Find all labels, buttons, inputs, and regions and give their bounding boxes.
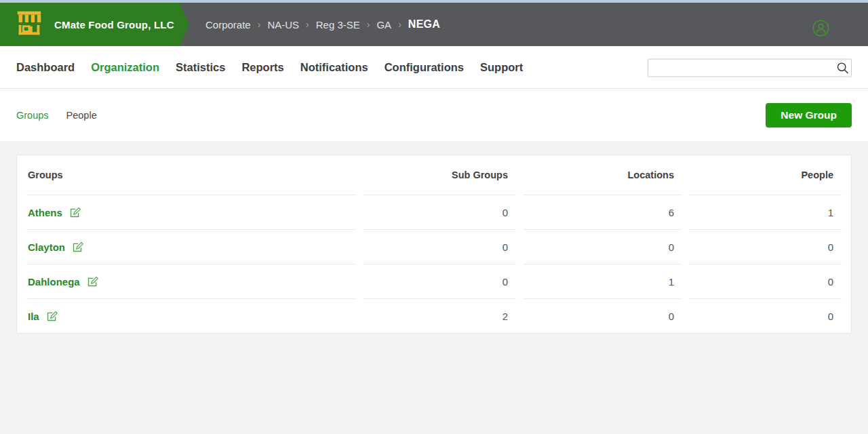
nav-item-reports[interactable]: Reports [241, 61, 283, 74]
search-icon[interactable] [835, 61, 850, 78]
app-header: CMate Food Group, LLC Corporate › NA-US … [0, 3, 868, 46]
group-link-ila[interactable]: Ila [28, 311, 58, 322]
sub-tabs: Groups People [16, 110, 97, 121]
nav-item-statistics[interactable]: Statistics [176, 61, 225, 74]
people-count: 0 [689, 230, 842, 264]
edit-icon[interactable] [72, 241, 83, 253]
table-row: Dahlonega 0 1 0 [26, 264, 842, 299]
storefront-icon [14, 7, 45, 41]
people-count: 0 [689, 264, 842, 299]
nav-item-dashboard[interactable]: Dashboard [16, 61, 75, 74]
sub-groups-count: 0 [363, 230, 516, 264]
breadcrumb-separator: › [258, 19, 261, 30]
search-box [648, 59, 852, 77]
nav-item-notifications[interactable]: Notifications [300, 61, 368, 74]
breadcrumb-item-na-us[interactable]: NA-US [267, 19, 299, 31]
breadcrumb-separator: › [367, 19, 370, 30]
breadcrumb-separator: › [306, 19, 309, 30]
group-name: Clayton [28, 241, 65, 253]
locations-count: 0 [523, 230, 682, 264]
table-header-row: Groups Sub Groups Locations People [26, 155, 842, 195]
group-name: Athens [28, 207, 62, 218]
locations-count: 0 [523, 299, 682, 334]
locations-count: 1 [523, 264, 682, 299]
tab-groups[interactable]: Groups [16, 110, 49, 121]
group-name: Ila [28, 311, 39, 322]
people-count: 1 [689, 195, 842, 230]
table-row: Clayton 0 0 0 [26, 230, 842, 264]
edit-icon[interactable] [46, 311, 58, 322]
breadcrumb-item-ga[interactable]: GA [376, 19, 391, 31]
breadcrumb-current: NEGA [408, 18, 440, 31]
nav-items: Dashboard Organization Statistics Report… [16, 61, 523, 74]
main-nav: Dashboard Organization Statistics Report… [0, 46, 868, 89]
brand-name: CMate Food Group, LLC [54, 19, 174, 31]
breadcrumb-item-reg-3-se[interactable]: Reg 3-SE [316, 19, 360, 31]
group-link-athens[interactable]: Athens [28, 207, 81, 218]
group-link-clayton[interactable]: Clayton [28, 241, 83, 253]
group-link-dahlonega[interactable]: Dahlonega [28, 276, 98, 288]
new-group-button[interactable]: New Group [766, 103, 852, 127]
breadcrumb-separator: › [398, 19, 401, 30]
locations-count: 6 [523, 195, 682, 230]
user-circle-icon[interactable] [812, 19, 830, 37]
search-input[interactable] [648, 59, 852, 77]
sub-groups-count: 2 [363, 299, 516, 334]
breadcrumb: Corporate › NA-US › Reg 3-SE › GA › NEGA [205, 18, 440, 31]
brand-logo-block[interactable]: CMate Food Group, LLC [0, 3, 180, 46]
nav-item-organization[interactable]: Organization [91, 61, 159, 74]
edit-icon[interactable] [87, 276, 98, 288]
column-header-groups: Groups [26, 155, 357, 195]
groups-table-card: Groups Sub Groups Locations People Athen… [16, 155, 852, 334]
nav-item-configurations[interactable]: Configurations [384, 61, 464, 74]
breadcrumb-item-corporate[interactable]: Corporate [205, 19, 251, 31]
groups-table: Groups Sub Groups Locations People Athen… [20, 155, 848, 334]
sub-groups-count: 0 [363, 264, 516, 299]
column-header-people: People [689, 155, 842, 195]
column-header-sub-groups: Sub Groups [363, 155, 516, 195]
edit-icon[interactable] [69, 207, 81, 218]
table-row: Ila 2 0 0 [26, 299, 842, 334]
people-count: 0 [689, 299, 842, 334]
group-name: Dahlonega [28, 276, 80, 288]
table-row: Athens 0 6 1 [26, 195, 842, 230]
nav-item-support[interactable]: Support [480, 61, 523, 74]
groups-toolbar: Groups People New Group [0, 89, 868, 141]
column-header-locations: Locations [523, 155, 682, 195]
sub-groups-count: 0 [363, 195, 516, 230]
tab-people[interactable]: People [66, 110, 97, 121]
page-content: Groups Sub Groups Locations People Athen… [0, 155, 868, 434]
